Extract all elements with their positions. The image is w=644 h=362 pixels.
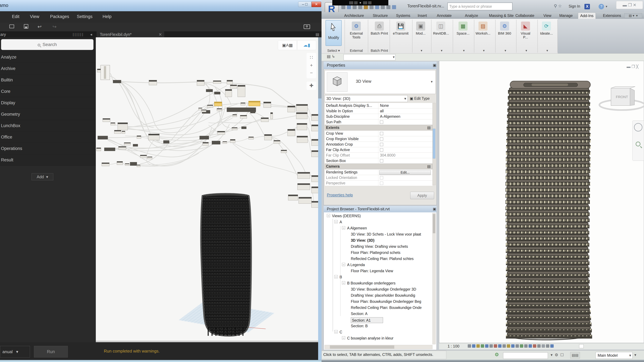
svg-text:FRONT: FRONT	[616, 95, 628, 99]
